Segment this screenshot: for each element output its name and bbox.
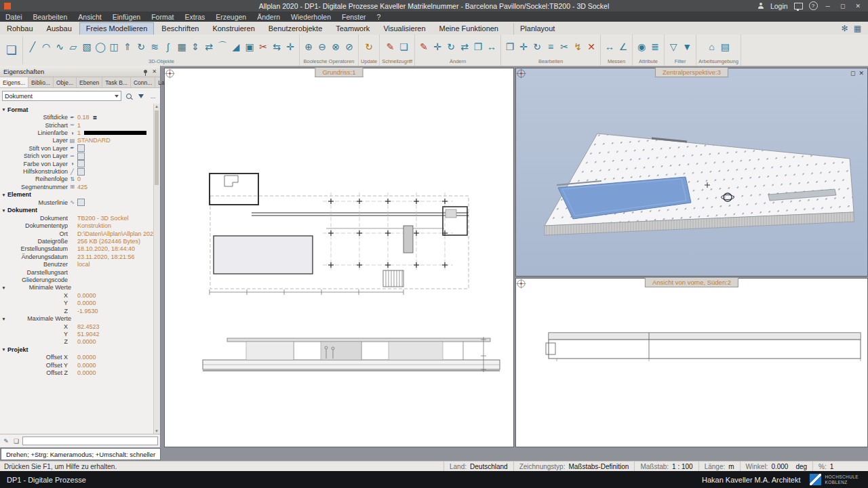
filter-settings-button[interactable]: ▼ [680,37,694,57]
menu-item-?[interactable]: ? [372,12,387,22]
menu-item-fenster[interactable]: Fenster [336,12,372,22]
split-button[interactable]: ⊘ [342,37,356,57]
3d-sphere-button[interactable]: ◯ [94,37,107,57]
project-name[interactable]: DP1 - Digitale Prozesse [0,476,86,484]
ribbon-tab-visualisieren[interactable]: Visualisieren [377,23,431,35]
measure-angle-button[interactable]: ∠ [616,37,630,57]
checkbox[interactable] [77,199,85,206]
3d-mesh-button[interactable]: ▦ [175,37,189,57]
help-icon[interactable]: ? [809,1,818,10]
prop-value[interactable]: 0.0000 [77,292,96,299]
prop-value[interactable]: 51.9042 [77,331,100,338]
workspace-layout-button[interactable]: ▤ [718,37,732,57]
ribbon-settings-icon[interactable]: ✻ [842,24,848,33]
explode-button[interactable]: ↯ [571,37,585,57]
viewport-plan[interactable]: Grundriss:1 [164,68,514,447]
status-field-winkel[interactable]: Winkel:0.000deg [740,462,813,471]
3d-loft-button[interactable]: ≋ [148,37,161,57]
shell-body-button[interactable]: ▣ [243,37,256,57]
move-button[interactable]: ✛ [431,37,444,57]
edit-icon[interactable]: ✎ [2,438,10,445]
more-options-button[interactable]: ... [148,92,158,101]
stretch-button[interactable]: ↔ [485,37,498,57]
login-button[interactable]: Login [770,2,788,10]
minimize-button[interactable]: ─ [824,3,832,9]
ribbon-tab-beschriften[interactable]: Beschriften [155,23,205,35]
3d-sweep-button[interactable]: ∫ [161,37,175,57]
menu-item-extras[interactable]: Extras [179,12,210,22]
panel-tab-task-b[interactable]: Task B... [102,77,131,87]
object-selector-dropdown[interactable]: Dokument [2,91,121,101]
viewport-elevation-tab[interactable]: Ansicht von vorne, Süden:2 [645,278,738,287]
attributes-button[interactable]: ◉ [635,37,648,57]
union-button[interactable]: ⊕ [302,37,315,57]
prop-value[interactable]: 425 [77,184,87,190]
prop-value[interactable]: 0 [77,176,81,182]
prop-value[interactable]: 0.18 [77,114,90,121]
status-field-länge[interactable]: Länge:m [698,462,740,471]
prop-value[interactable]: 0.0000 [77,300,96,306]
panel-tab-eigens[interactable]: Eigens... [0,77,28,87]
rotate-element-button[interactable]: ↻ [530,37,544,57]
viewport-close-icon[interactable]: ✕ [859,70,864,77]
close-button[interactable]: ✕ [853,3,863,9]
assign-attributes-button[interactable]: ≣ [648,37,662,57]
prop-value[interactable]: D:\Daten\Allplan\Allplan 2020\Pr [77,230,153,237]
menu-item-bearbeiten[interactable]: Bearbeiten [28,12,73,22]
panel-tab-ebenen[interactable]: Ebenen [77,77,102,87]
menu-item-erzeugen[interactable]: Erzeugen [210,12,252,22]
chamfer-edge-button[interactable]: ◢ [229,37,243,57]
rotate-button[interactable]: ↻ [444,37,458,57]
checkbox[interactable] [77,160,85,167]
3d-point-button[interactable]: ✛ [283,37,297,57]
viewport-elevation[interactable]: Ansicht von vorne, Süden:2 [515,278,868,447]
ribbon-tab-konstruieren[interactable]: Konstruieren [206,23,260,35]
prop-value[interactable]: 0.0000 [77,338,96,345]
edit-geometry-button[interactable]: ❏ [397,37,411,57]
3d-revolve-button[interactable]: ↻ [134,37,148,57]
push-pull-button[interactable]: ⇕ [189,37,202,57]
menu-item-wiederholen[interactable]: Wiederholen [285,12,336,22]
folder-icon[interactable]: ❏ [12,438,20,445]
subtract-button[interactable]: ⊖ [315,37,329,57]
prop-value[interactable]: 0.0000 [77,369,96,376]
ribbon-tab-teamwork[interactable]: Teamwork [330,23,376,35]
3d-spline-button[interactable]: ∿ [53,37,66,57]
prop-value[interactable]: 256 KB (262446 Bytes) [77,238,140,245]
filter-button[interactable]: ▽ [667,37,680,57]
prop-value[interactable]: 1 [77,122,81,129]
3d-arc-button[interactable]: ◠ [39,37,53,57]
checkbox[interactable] [77,152,85,160]
move-face-button[interactable]: ⇄ [202,37,216,57]
3d-extrude-button[interactable]: ⇑ [121,37,134,57]
object-palette-button[interactable]: ❏ [1,36,23,64]
prop-value[interactable]: 1 [77,129,81,136]
workspace-button[interactable]: ⌂ [705,37,718,57]
prop-value[interactable]: 0.0000 [77,354,96,361]
menu-item-ändern[interactable]: Ändern [252,12,285,22]
fillet-edge-button[interactable]: ⌒ [216,37,229,57]
status-field-land[interactable]: Land:Deutschland [443,462,513,471]
collapse-icon[interactable]: ▼ [0,192,7,197]
viewport-perspective-tab[interactable]: Zentralperspektive:3 [655,68,728,77]
viewport-perspective[interactable]: Zentralperspektive:3 ◻ ✕ [515,68,868,277]
quick-input[interactable] [22,436,158,445]
panel-tab-conn[interactable]: Conn... [131,77,155,87]
status-field-%[interactable]: %:1 [812,462,839,471]
ribbon-tab-planlayout[interactable]: Planlayout [513,23,561,35]
viewport-maximize-icon[interactable]: ◻ [850,70,855,77]
3d-cylinder-button[interactable]: ◫ [107,37,121,57]
pin-icon[interactable] [144,70,147,73]
collapse-icon[interactable]: ▼ [0,347,7,352]
move-element-button[interactable]: ✛ [517,37,530,57]
trim-button[interactable]: ✂ [557,37,571,57]
scroll-up-icon[interactable]: ▲ [154,104,159,108]
prop-value[interactable]: Konstruktion [77,222,111,229]
section-body-button[interactable]: ✂ [256,37,270,57]
panel-scrollbar[interactable]: ▲ ▼ [153,104,160,434]
panel-tab-obje[interactable]: Obje... [54,77,77,87]
ribbon-tab-rohbau[interactable]: Rohbau [1,23,39,35]
menu-item-format[interactable]: Format [146,12,179,22]
measure-length-button[interactable]: ↔ [603,37,616,57]
menu-item-einfügen[interactable]: Einfügen [107,12,146,22]
